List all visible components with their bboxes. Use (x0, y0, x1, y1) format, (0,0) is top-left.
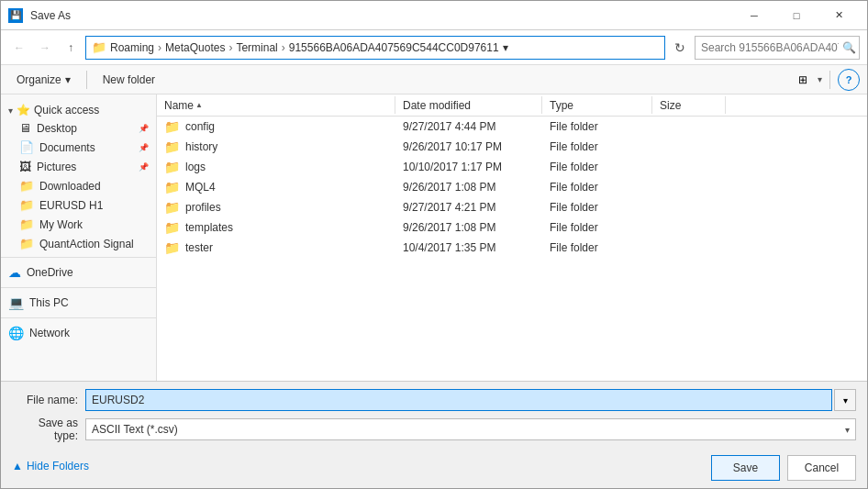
file-list-header: Name ▲ Date modified Type Size (157, 94, 867, 117)
file-date-cell: 10/10/2017 1:17 PM (395, 161, 542, 173)
button-row: Save Cancel (711, 455, 856, 481)
file-area: Name ▲ Date modified Type Size 📁 config (157, 94, 867, 381)
title-bar-buttons: ─ □ ✕ (733, 1, 860, 30)
col-header-size[interactable]: Size (652, 96, 726, 114)
hide-folders-arrow: ▲ (12, 460, 23, 472)
crumb-terminal: Terminal (236, 41, 277, 54)
forward-button[interactable]: → (34, 37, 56, 59)
file-date-cell: 10/4/2017 1:35 PM (395, 241, 542, 254)
filename-dropdown-button[interactable]: ▾ (834, 389, 856, 411)
toolbar-separator (86, 71, 87, 89)
sidebar-item-thispc[interactable]: 💻 This PC (1, 292, 156, 314)
pin-icon-3: 📌 (139, 162, 149, 172)
save-as-dialog: 💾 Save As ─ □ ✕ ← → ↑ 📁 Roaming › MetaQu… (0, 0, 868, 489)
address-bar[interactable]: 📁 Roaming › MetaQuotes › Terminal › 9155… (85, 36, 665, 60)
folder-icon: 📁 (164, 160, 180, 174)
file-type-cell: File folder (542, 181, 652, 194)
pictures-icon: 🖼 (19, 160, 31, 173)
eurusdh1-icon: 📁 (19, 198, 34, 212)
pin-icon-2: 📌 (139, 143, 149, 152)
col-header-name[interactable]: Name ▲ (157, 96, 395, 114)
quick-access-arrow: ▾ (8, 106, 13, 116)
file-type-cell: File folder (542, 221, 652, 234)
bottom-panel: File name: ▾ Save as type: ASCII Text (*… (1, 381, 867, 488)
col-header-type[interactable]: Type (542, 96, 652, 114)
window-icon: 💾 (8, 8, 23, 23)
folder-icon: 📁 (164, 200, 180, 215)
sidebar-divider-1 (1, 257, 156, 258)
file-date-cell: 9/27/2017 4:44 PM (395, 120, 542, 133)
organize-dropdown-icon: ▾ (65, 73, 71, 86)
toolbar-separator-2 (829, 71, 830, 89)
sidebar-quick-access-header[interactable]: ▾ ⭐ Quick access (1, 98, 156, 118)
table-row[interactable]: 📁 templates 9/26/2017 1:08 PM File folde… (157, 217, 867, 238)
folder-icon: 📁 (164, 240, 180, 255)
documents-icon: 📄 (19, 140, 34, 154)
sidebar-item-pictures[interactable]: 🖼 Pictures 📌 (1, 157, 156, 176)
thispc-icon: 💻 (8, 295, 24, 310)
refresh-button[interactable]: ↻ (669, 36, 691, 60)
crumb-roaming: Roaming (110, 41, 154, 54)
table-row[interactable]: 📁 MQL4 9/26/2017 1:08 PM File folder (157, 177, 867, 197)
sidebar-item-network[interactable]: 🌐 Network (1, 322, 156, 344)
address-dropdown-icon: ▾ (503, 41, 508, 54)
network-icon: 🌐 (8, 326, 24, 340)
file-list-body: 📁 config 9/27/2017 4:44 PM File folder 📁… (157, 117, 867, 381)
file-type-cell: File folder (542, 120, 652, 133)
file-type-cell: File folder (542, 201, 652, 214)
maximize-button[interactable]: □ (775, 1, 818, 30)
sort-arrow-name: ▲ (195, 101, 203, 109)
pin-icon: 📌 (139, 124, 149, 133)
file-name-cell: 📁 history (157, 139, 395, 154)
organize-button[interactable]: Organize ▾ (8, 69, 79, 91)
crumb-metaquotes: MetaQuotes (165, 41, 225, 54)
sidebar-item-desktop[interactable]: 🖥 Desktop 📌 (1, 118, 156, 138)
filename-row: File name: ▾ (12, 389, 856, 411)
file-name-cell: 📁 tester (157, 240, 395, 255)
savetype-select-wrapper[interactable]: ASCII Text (*.csv) ▾ ASCII Text (*.csv) … (85, 418, 856, 440)
cancel-button[interactable]: Cancel (787, 455, 856, 481)
sidebar-item-documents[interactable]: 📄 Documents 📌 (1, 138, 156, 157)
filename-label: File name: (12, 394, 85, 406)
folder-icon: 📁 (164, 220, 180, 235)
sidebar-item-quantaction[interactable]: 📁 QuantAction Signal (1, 234, 156, 253)
search-input[interactable] (701, 41, 839, 54)
sidebar: ▾ ⭐ Quick access 🖥 Desktop 📌 📄 Documents… (1, 94, 157, 381)
downloaded-icon: 📁 (19, 179, 34, 193)
file-type-cell: File folder (542, 241, 652, 254)
sidebar-item-onedrive[interactable]: ☁ OneDrive (1, 261, 156, 283)
sidebar-item-mywork[interactable]: 📁 My Work (1, 215, 156, 234)
table-row[interactable]: 📁 tester 10/4/2017 1:35 PM File folder (157, 238, 867, 258)
col-header-date[interactable]: Date modified (395, 96, 542, 114)
quantaction-icon: 📁 (19, 237, 34, 250)
close-button[interactable]: ✕ (818, 1, 860, 30)
file-name-cell: 📁 MQL4 (157, 180, 395, 194)
sidebar-item-downloaded[interactable]: 📁 Downloaded (1, 176, 156, 195)
sidebar-divider-3 (1, 317, 156, 318)
file-type-cell: File folder (542, 140, 652, 153)
filename-input[interactable] (85, 389, 832, 411)
main-content: ▾ ⭐ Quick access 🖥 Desktop 📌 📄 Documents… (1, 94, 867, 381)
crumb-id: 915566BA06ADA407569C544CC0D97611 (289, 41, 499, 54)
sidebar-item-eurusdh1[interactable]: 📁 EURUSD H1 (1, 195, 156, 215)
save-button[interactable]: Save (711, 455, 780, 481)
breadcrumb: Roaming › MetaQuotes › Terminal › 915566… (110, 41, 499, 54)
folder-icon: 📁 (164, 180, 180, 194)
table-row[interactable]: 📁 history 9/26/2017 10:17 PM File folder (157, 137, 867, 157)
new-folder-button[interactable]: New folder (95, 69, 163, 91)
folder-icon: 📁 (164, 139, 180, 154)
up-button[interactable]: ↑ (60, 37, 82, 59)
window-title: Save As (30, 9, 733, 22)
table-row[interactable]: 📁 logs 10/10/2017 1:17 PM File folder (157, 157, 867, 177)
help-button[interactable]: ? (838, 69, 860, 91)
file-type-cell: File folder (542, 161, 652, 173)
view-toggle-button[interactable]: ⊞ (792, 69, 814, 91)
file-name-cell: 📁 logs (157, 160, 395, 174)
table-row[interactable]: 📁 profiles 9/27/2017 4:21 PM File folder (157, 197, 867, 217)
back-button[interactable]: ← (8, 37, 30, 59)
table-row[interactable]: 📁 config 9/27/2017 4:44 PM File folder (157, 117, 867, 137)
minimize-button[interactable]: ─ (733, 1, 775, 30)
search-icon: 🔍 (842, 41, 856, 54)
search-box[interactable]: 🔍 (695, 36, 860, 60)
hide-folders-button[interactable]: ▲ Hide Folders (12, 458, 89, 474)
